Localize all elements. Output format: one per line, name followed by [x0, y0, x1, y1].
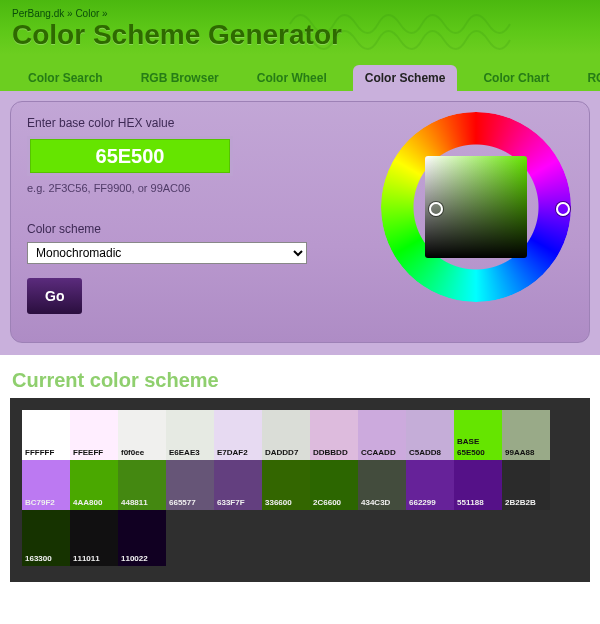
go-button[interactable]: Go [27, 278, 82, 314]
tab-rgb-browser[interactable]: RGB Browser [129, 65, 231, 91]
sv-handle-icon[interactable] [429, 202, 443, 216]
header-banner: PerBang.dk » Color » Color Scheme Genera… [0, 0, 600, 91]
crumb-site[interactable]: PerBang.dk [12, 8, 64, 19]
swatch[interactable]: 662299 [406, 460, 454, 510]
swatch[interactable]: 163300 [22, 510, 70, 566]
swatch-label: 111011 [73, 554, 100, 563]
swatch[interactable]: BASE65E500 [454, 410, 502, 460]
swatch[interactable]: C5ADD8 [406, 410, 454, 460]
swatch[interactable]: FFFFFF [22, 410, 70, 460]
tab-color-scheme[interactable]: Color Scheme [353, 65, 458, 91]
tab-color-search[interactable]: Color Search [16, 65, 115, 91]
swatch[interactable]: 110022 [118, 510, 166, 566]
swatch[interactable]: 448811 [118, 460, 166, 510]
swatch-label: 448811 [121, 498, 148, 507]
swatch-row: FFFFFFFFEEFFf0f0eeE6EAE3E7DAF2DADDD7DDBB… [22, 410, 578, 460]
swatch[interactable]: FFEEFF [70, 410, 118, 460]
swatch-label: 336600 [265, 498, 292, 507]
swatch[interactable]: 4AA800 [70, 460, 118, 510]
swatch-label: 434C3D [361, 498, 390, 507]
swatch[interactable]: 336600 [262, 460, 310, 510]
swatch[interactable]: E6EAE3 [166, 410, 214, 460]
swatch[interactable]: E7DAF2 [214, 410, 262, 460]
swatch[interactable]: BC79F2 [22, 460, 70, 510]
swatch-label: DADDD7 [265, 448, 298, 457]
swatch-label: 633F7F [217, 498, 245, 507]
swatch-label: BC79F2 [25, 498, 55, 507]
swatch-label: 110022 [121, 554, 148, 563]
swatch-label: 4AA800 [73, 498, 102, 507]
swatch[interactable]: DADDD7 [262, 410, 310, 460]
swatch[interactable]: 551188 [454, 460, 502, 510]
scheme-heading: Current color scheme [12, 369, 600, 392]
scheme-select[interactable]: Monochromadic [27, 242, 307, 264]
swatch[interactable]: CCAADD [358, 410, 406, 460]
swatch-label: f0f0ee [121, 448, 144, 457]
swatch-label: DDBBDD [313, 448, 348, 457]
hue-handle-icon[interactable] [556, 202, 570, 216]
swatch-label: 163300 [25, 554, 52, 563]
swatch-label: 65E500 [457, 448, 485, 457]
swatch[interactable]: 434C3D [358, 460, 406, 510]
crumb-section[interactable]: Color [75, 8, 99, 19]
swatch[interactable]: 633F7F [214, 460, 262, 510]
color-wheel[interactable] [381, 112, 571, 302]
tab-color-wheel[interactable]: Color Wheel [245, 65, 339, 91]
swatch-label: 2C6600 [313, 498, 341, 507]
hex-input[interactable]: 65E500 [27, 136, 233, 176]
swatch-row: 163300111011110022 [22, 510, 578, 566]
swatch[interactable]: 111011 [70, 510, 118, 566]
swatch-label: CCAADD [361, 448, 396, 457]
swatch-label: FFFFFF [25, 448, 54, 457]
swatch-board: FFFFFFFFEEFFf0f0eeE6EAE3E7DAF2DADDD7DDBB… [10, 398, 590, 582]
swatch-label: 662299 [409, 498, 436, 507]
swatch-label: C5ADD8 [409, 448, 441, 457]
swatch-row: BC79F24AA800448811665577633F7F3366002C66… [22, 460, 578, 510]
swatch-label: 665577 [169, 498, 196, 507]
swatch[interactable]: 99AA88 [502, 410, 550, 460]
swatch-label: E7DAF2 [217, 448, 248, 457]
panel-area: Enter base color HEX value 65E500 e.g. 2… [0, 91, 600, 355]
tab-color-chart[interactable]: Color Chart [471, 65, 561, 91]
swatch[interactable]: DDBBDD [310, 410, 358, 460]
tab-strip: Color Search RGB Browser Color Wheel Col… [12, 61, 588, 91]
swatch[interactable]: 665577 [166, 460, 214, 510]
swatch-label: 2B2B2B [505, 498, 536, 507]
swatch-label: E6EAE3 [169, 448, 200, 457]
swatch-label: 99AA88 [505, 448, 534, 457]
swatch[interactable]: 2C6600 [310, 460, 358, 510]
swatch-label: FFEEFF [73, 448, 103, 457]
swatch-label: 551188 [457, 498, 484, 507]
tab-rgb-grid[interactable]: RGB Gr [575, 65, 600, 91]
swatch[interactable]: 2B2B2B [502, 460, 550, 510]
swatch[interactable]: f0f0ee [118, 410, 166, 460]
base-tag: BASE [457, 437, 479, 446]
control-panel: Enter base color HEX value 65E500 e.g. 2… [10, 101, 590, 343]
